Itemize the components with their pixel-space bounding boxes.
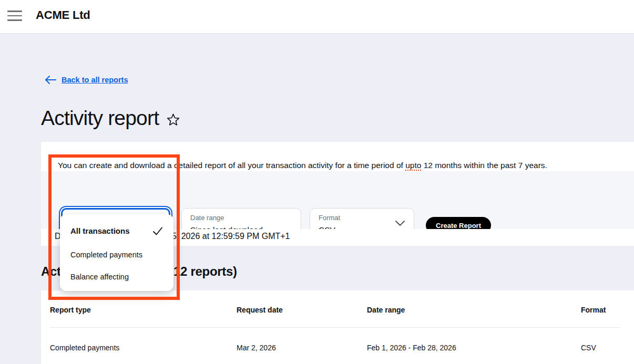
hamburger-menu-icon[interactable] bbox=[7, 11, 22, 22]
app-header: ACME Ltd bbox=[0, 0, 634, 34]
back-to-all-reports-link[interactable]: Back to all reports bbox=[44, 75, 128, 85]
arrow-left-icon bbox=[44, 75, 57, 85]
menu-item-completed-payments[interactable]: Completed payments bbox=[60, 251, 173, 272]
page-title-text: Activity report bbox=[41, 107, 159, 130]
hamburger-bar bbox=[7, 19, 22, 21]
cell-format: CSV bbox=[581, 344, 596, 352]
check-icon bbox=[151, 225, 164, 237]
brand-title: ACME Ltd bbox=[36, 8, 90, 22]
description-text: You can create and download a detailed r… bbox=[58, 161, 405, 170]
section-heading-fragment-right: 12 reports) bbox=[173, 264, 237, 279]
format-label: Format bbox=[319, 214, 340, 222]
page-title: Activity report bbox=[41, 107, 181, 130]
cell-report-type: Completed payments bbox=[50, 344, 119, 352]
column-header-request-date: Request date bbox=[237, 306, 283, 314]
description-misspelled-word: upto bbox=[405, 161, 421, 170]
menu-item-label: Balance affecting bbox=[70, 273, 129, 281]
star-icon[interactable] bbox=[166, 112, 181, 128]
date-range-label: Date range bbox=[190, 214, 224, 222]
cell-date-range: Feb 1, 2026 - Feb 28, 2026 bbox=[367, 344, 456, 352]
hamburger-bar bbox=[7, 15, 22, 17]
back-link-label: Back to all reports bbox=[62, 76, 128, 84]
menu-item-all-transactions[interactable]: All transactions bbox=[60, 226, 173, 247]
download-info-fragment-right: 25, 2026 at 12:59:59 PM GMT+1 bbox=[167, 232, 290, 241]
column-header-format: Format bbox=[581, 306, 606, 314]
report-description: You can create and download a detailed r… bbox=[58, 161, 547, 170]
hamburger-bar bbox=[7, 11, 22, 12]
cell-request-date: Mar 2, 2026 bbox=[237, 344, 276, 352]
column-header-report-type: Report type bbox=[50, 306, 91, 314]
column-header-date-range: Date range bbox=[367, 306, 405, 314]
reports-table: Report type Request date Date range Form… bbox=[41, 290, 634, 364]
activity-report-page: ACME Ltd Back to all reports Activity re… bbox=[0, 0, 634, 364]
chevron-down-icon bbox=[395, 220, 405, 227]
table-row[interactable]: Completed payments Mar 2, 2026 Feb 1, 20… bbox=[41, 328, 634, 364]
menu-item-label: All transactions bbox=[70, 226, 130, 235]
description-text: 12 months within the past 7 years. bbox=[421, 161, 547, 170]
menu-item-label: Completed payments bbox=[70, 251, 142, 259]
menu-item-balance-affecting[interactable]: Balance affecting bbox=[60, 273, 173, 294]
transaction-type-menu: All transactions Completed payments Bala… bbox=[60, 214, 173, 291]
